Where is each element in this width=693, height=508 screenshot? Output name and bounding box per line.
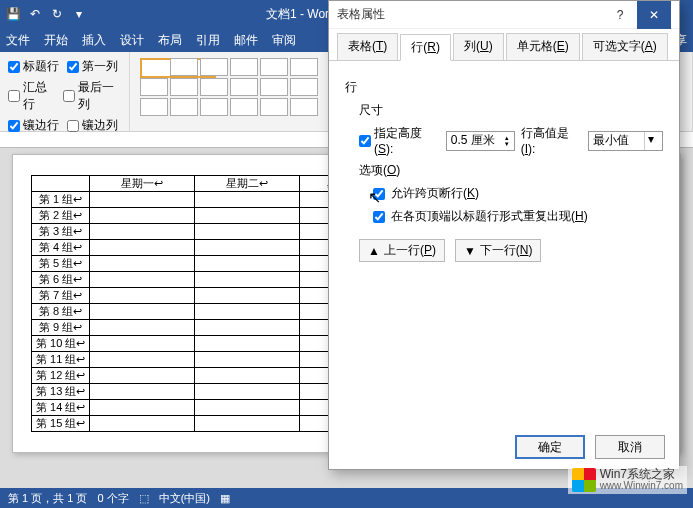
height-spinner[interactable]: 0.5 厘米 ▲▼ xyxy=(446,131,515,151)
chk-last-col[interactable]: 最后一列 xyxy=(63,79,121,113)
close-button[interactable]: ✕ xyxy=(637,1,671,29)
status-macro-icon[interactable]: ▦ xyxy=(220,492,230,505)
chevron-down-icon[interactable]: ▾ xyxy=(644,132,658,150)
style-thumb[interactable] xyxy=(260,78,288,96)
table-cell[interactable] xyxy=(195,416,300,432)
tab-row[interactable]: 行(R) xyxy=(400,34,451,61)
style-thumb[interactable] xyxy=(140,78,168,96)
spinner-arrows-icon[interactable]: ▲▼ xyxy=(504,135,510,147)
ok-button[interactable]: 确定 xyxy=(515,435,585,459)
style-thumb[interactable] xyxy=(200,58,228,76)
table-cell[interactable] xyxy=(90,224,195,240)
redo-icon[interactable]: ↻ xyxy=(50,7,64,21)
table-cell[interactable] xyxy=(90,208,195,224)
tab-layout[interactable]: 布局 xyxy=(158,32,182,49)
table-cell[interactable] xyxy=(90,352,195,368)
style-thumb[interactable] xyxy=(230,58,258,76)
style-thumb[interactable] xyxy=(290,58,318,76)
tab-file[interactable]: 文件 xyxy=(6,32,30,49)
prev-row-button[interactable]: ▲ 上一行(P) xyxy=(359,239,445,262)
style-thumb[interactable] xyxy=(290,78,318,96)
chk-specify-height[interactable]: 指定高度(S): xyxy=(359,125,440,156)
row-label[interactable]: 第 10 组↩ xyxy=(32,336,90,352)
tab-review[interactable]: 审阅 xyxy=(272,32,296,49)
row-label[interactable]: 第 13 组↩ xyxy=(32,384,90,400)
table-cell[interactable] xyxy=(195,256,300,272)
tab-cell[interactable]: 单元格(E) xyxy=(506,33,580,60)
tab-table[interactable]: 表格(T) xyxy=(337,33,398,60)
row-label[interactable]: 第 2 组↩ xyxy=(32,208,90,224)
undo-icon[interactable]: ↶ xyxy=(28,7,42,21)
chk-first-col[interactable]: 第一列 xyxy=(67,58,118,75)
chk-total-row[interactable]: 汇总行 xyxy=(8,79,55,113)
row-label[interactable]: 第 8 组↩ xyxy=(32,304,90,320)
tab-mailings[interactable]: 邮件 xyxy=(234,32,258,49)
style-thumb[interactable] xyxy=(230,98,258,116)
tab-references[interactable]: 引用 xyxy=(196,32,220,49)
table-cell[interactable] xyxy=(90,336,195,352)
tab-alt-text[interactable]: 可选文字(A) xyxy=(582,33,668,60)
status-words[interactable]: 0 个字 xyxy=(97,491,128,506)
table-cell[interactable] xyxy=(195,400,300,416)
dialog-title-bar[interactable]: 表格属性 ? ✕ xyxy=(329,1,679,29)
table-cell[interactable] xyxy=(90,240,195,256)
table-cell[interactable] xyxy=(90,288,195,304)
tab-insert[interactable]: 插入 xyxy=(82,32,106,49)
table-cell[interactable] xyxy=(195,288,300,304)
table-cell[interactable] xyxy=(195,208,300,224)
status-language[interactable]: 中文(中国) xyxy=(159,491,210,506)
style-thumb[interactable] xyxy=(200,78,228,96)
style-thumb[interactable] xyxy=(200,98,228,116)
table-cell[interactable] xyxy=(195,240,300,256)
next-row-button[interactable]: ▼ 下一行(N) xyxy=(455,239,542,262)
row-label[interactable]: 第 3 组↩ xyxy=(32,224,90,240)
table-cell[interactable] xyxy=(90,304,195,320)
tab-home[interactable]: 开始 xyxy=(44,32,68,49)
row-label[interactable]: 第 6 组↩ xyxy=(32,272,90,288)
table-cell[interactable] xyxy=(195,384,300,400)
row-label[interactable]: 第 7 组↩ xyxy=(32,288,90,304)
chk-allow-break[interactable]: 允许跨页断行(K) xyxy=(373,185,663,202)
style-thumb[interactable] xyxy=(170,58,198,76)
cancel-button[interactable]: 取消 xyxy=(595,435,665,459)
style-thumb[interactable] xyxy=(260,98,288,116)
table-cell[interactable] xyxy=(195,272,300,288)
table-cell[interactable] xyxy=(90,400,195,416)
row-label[interactable]: 第 1 组↩ xyxy=(32,192,90,208)
style-thumb[interactable] xyxy=(230,78,258,96)
table-cell[interactable] xyxy=(90,320,195,336)
row-label[interactable]: 第 11 组↩ xyxy=(32,352,90,368)
chk-repeat-header[interactable]: 在各页顶端以标题行形式重复出现(H) xyxy=(373,208,663,225)
table-cell[interactable] xyxy=(90,272,195,288)
style-thumb[interactable] xyxy=(290,98,318,116)
row-label[interactable]: 第 9 组↩ xyxy=(32,320,90,336)
row-label[interactable]: 第 14 组↩ xyxy=(32,400,90,416)
table-cell[interactable] xyxy=(90,416,195,432)
table-cell[interactable] xyxy=(90,192,195,208)
save-icon[interactable]: 💾 xyxy=(6,7,20,21)
table-cell[interactable] xyxy=(90,384,195,400)
style-thumb[interactable] xyxy=(260,58,288,76)
status-lang-icon[interactable]: ⬚ xyxy=(139,492,149,505)
table-cell[interactable] xyxy=(195,336,300,352)
row-label[interactable]: 第 12 组↩ xyxy=(32,368,90,384)
tab-design[interactable]: 设计 xyxy=(120,32,144,49)
table-cell[interactable] xyxy=(90,256,195,272)
row-label[interactable]: 第 4 组↩ xyxy=(32,240,90,256)
table-cell[interactable] xyxy=(195,304,300,320)
help-button[interactable]: ? xyxy=(603,1,637,29)
tab-column[interactable]: 列(U) xyxy=(453,33,504,60)
qat-more-icon[interactable]: ▾ xyxy=(72,7,86,21)
chk-header-row[interactable]: 标题行 xyxy=(8,58,59,75)
row-label[interactable]: 第 15 组↩ xyxy=(32,416,90,432)
table-cell[interactable] xyxy=(195,224,300,240)
table-cell[interactable] xyxy=(90,368,195,384)
style-thumb[interactable] xyxy=(140,98,168,116)
table-cell[interactable] xyxy=(195,192,300,208)
status-page[interactable]: 第 1 页，共 1 页 xyxy=(8,491,87,506)
style-thumb[interactable] xyxy=(170,78,198,96)
table-cell[interactable] xyxy=(195,352,300,368)
row-label[interactable]: 第 5 组↩ xyxy=(32,256,90,272)
table-cell[interactable] xyxy=(195,320,300,336)
height-mode-select[interactable]: 最小值 ▾ xyxy=(588,131,663,151)
